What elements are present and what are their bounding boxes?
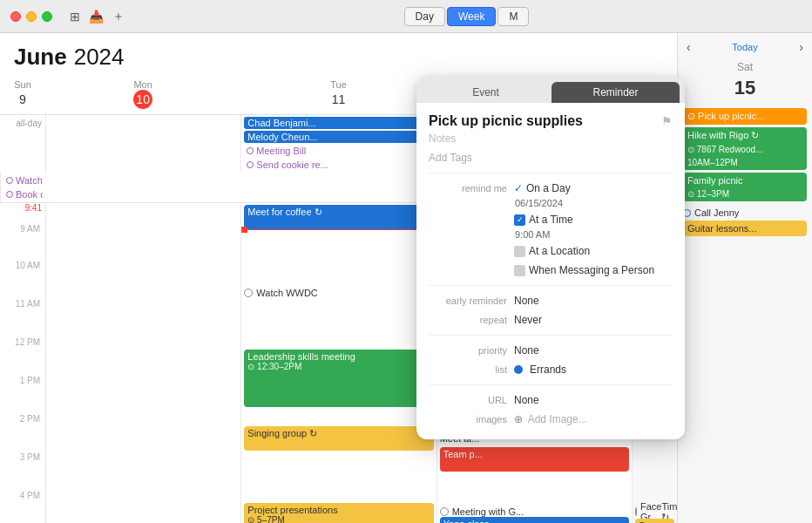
right-sidebar: ‹ Today › Sat 15 ⊙ Pick up picnic... Hik…	[677, 33, 812, 523]
early-reminder-row: early reminder None	[429, 291, 673, 310]
watch-wwdc-event[interactable]: Watch WWDC	[244, 280, 433, 306]
popup-tags[interactable]: Add Tags	[429, 152, 673, 164]
time-9am: 9 AM	[0, 222, 45, 261]
allday-sun	[45, 115, 240, 173]
event-tab[interactable]: Event	[422, 82, 550, 103]
sat-date: 15	[678, 77, 812, 105]
priority-label: priority	[429, 345, 507, 356]
leadership-event[interactable]: Leadership skills meeting ⊙ 12:30–2PM	[244, 350, 433, 407]
meet-coffee-event[interactable]: Meet for coffee ↻	[244, 205, 433, 229]
reminder-popup[interactable]: Event Reminder Pick up picnic supplies ⚑…	[416, 77, 685, 439]
at-a-time-label: At a Time	[529, 214, 573, 226]
yoga-event[interactable]: Yoga class ⊙ Golden Gate Park 5:15–6:45P…	[440, 517, 629, 523]
year-label: 2024	[74, 44, 125, 71]
view-switcher: Day Week M	[404, 7, 530, 26]
divider-4	[429, 384, 673, 385]
right-event-picnic[interactable]: ⊙ Pick up picnic...	[683, 108, 807, 125]
list-dot	[514, 365, 523, 374]
week-view-button[interactable]: Week	[447, 7, 496, 26]
mon-events-col[interactable]: Meet for coffee ↻ Watch WWDC Leadership …	[240, 203, 436, 523]
popup-notes[interactable]: Notes	[429, 132, 673, 145]
inbox-icon[interactable]: 📥	[89, 10, 104, 24]
add-icon[interactable]: ＋	[112, 9, 125, 24]
when-messaging-checkbox[interactable]	[514, 265, 525, 276]
allday-label: all-day	[0, 115, 45, 173]
priority-val[interactable]: None	[514, 344, 539, 357]
current-time-label: 9:41	[25, 203, 42, 213]
remind-me-row: remind me ✓ On a Day	[429, 179, 673, 198]
current-time-indicator	[241, 227, 436, 233]
repeat-row: repeat Never	[429, 310, 673, 329]
reminder-tab[interactable]: Reminder	[551, 82, 680, 103]
url-row: URL None	[429, 391, 673, 410]
time-11am: 11 AM	[0, 299, 45, 337]
early-reminder-label: early reminder	[429, 295, 507, 306]
on-a-day-check[interactable]: ✓ On a Day	[514, 182, 571, 194]
images-row: images ⊕ Add Image...	[429, 410, 673, 429]
maximize-button[interactable]	[42, 11, 52, 22]
right-event-guitar[interactable]: Guitar lessons...	[683, 221, 807, 236]
day-header-mon[interactable]: Mon 10	[45, 76, 240, 114]
at-a-time-check[interactable]: At a Time	[514, 214, 573, 226]
watch-dot	[6, 177, 13, 184]
time-12pm: 12 PM	[0, 337, 45, 376]
url-val[interactable]: None	[514, 394, 539, 406]
time-10am: 10 AM	[0, 261, 45, 299]
time-3pm: 3 PM	[0, 452, 45, 491]
today-button[interactable]: Today	[732, 42, 757, 52]
wwdc-dot	[244, 289, 253, 297]
cookie-dot	[247, 161, 254, 168]
sidebar-toggle-icon[interactable]: ⊞	[70, 10, 80, 24]
when-messaging-check[interactable]: When Messaging a Person	[514, 264, 654, 276]
allday-event-watch[interactable]: Watch new mo...	[3, 174, 43, 187]
month-label: June	[14, 44, 67, 71]
time-labels-col: 9:41 9 AM 10 AM 11 AM 12 PM 1 PM 2 PM 3 …	[0, 203, 45, 523]
early-reminder-val[interactable]: None	[514, 295, 539, 307]
popup-title: Pick up picnic supplies	[429, 113, 583, 129]
next-month-button[interactable]: ›	[799, 40, 803, 54]
remind-me-label: remind me	[429, 183, 507, 194]
day-view-button[interactable]: Day	[404, 7, 445, 26]
allday-event-chad[interactable]: Chad Benjami...	[244, 117, 433, 129]
project-presentations-event[interactable]: Project presentations ⊙ 5–7PM	[244, 503, 433, 523]
allday-event-cookie[interactable]: Send cookie re...	[244, 159, 433, 171]
at-a-time-checkbox[interactable]	[514, 214, 525, 226]
list-value-row: Errands	[514, 363, 566, 376]
calendar-header: June 2024	[0, 33, 677, 76]
allday-event-bookclub[interactable]: Book club prep	[3, 188, 43, 200]
at-location-check[interactable]: At a Location	[514, 245, 590, 257]
sun-events-col[interactable]	[45, 203, 240, 523]
prev-month-button[interactable]: ‹	[687, 40, 691, 54]
at-location-label: At a Location	[529, 245, 590, 257]
team-p-event[interactable]: Team p...	[440, 447, 629, 472]
flag-icon[interactable]: ⚑	[661, 114, 673, 128]
month-view-button[interactable]: M	[497, 7, 529, 26]
url-label: URL	[429, 395, 507, 405]
divider-3	[429, 335, 673, 336]
right-event-family-picnic[interactable]: Family picnic ⊙ 12–3PM	[683, 173, 807, 201]
right-event-call-jenny[interactable]: Call Jenny	[683, 207, 807, 218]
right-event-hike[interactable]: Hike with Rigo ↻ ⊙ 7867 Redwood... 10AM–…	[683, 127, 807, 170]
repeat-val[interactable]: Never	[514, 314, 542, 326]
soccer-event[interactable]: Soccer practice	[635, 519, 674, 523]
repeat-label: repeat	[429, 315, 507, 325]
add-image-button[interactable]: ⊕ Add Image...	[514, 413, 587, 425]
when-messaging-row: When Messaging a Person	[429, 261, 673, 280]
list-val[interactable]: Errands	[530, 363, 566, 376]
close-button[interactable]	[10, 11, 21, 22]
singing-group-event[interactable]: Singing group ↻	[244, 426, 433, 451]
mini-nav: ‹ Today ›	[678, 33, 812, 58]
allday-event-melody[interactable]: Melody Cheun...	[244, 131, 433, 143]
sat-header: Sat	[678, 58, 812, 77]
at-a-time-value: 9:00 AM	[429, 229, 673, 240]
popup-content: Pick up picnic supplies ⚑ Notes Add Tags…	[416, 103, 685, 439]
day-header-tue[interactable]: Tue 11	[240, 76, 436, 114]
allday-event-meeting-bill[interactable]: Meeting Bill	[244, 145, 433, 157]
at-location-checkbox[interactable]	[514, 246, 525, 257]
minimize-button[interactable]	[26, 11, 37, 22]
list-label: list	[429, 364, 507, 375]
when-messaging-label: When Messaging a Person	[529, 264, 654, 276]
traffic-lights	[10, 11, 52, 22]
add-image-label: Add Image...	[528, 413, 587, 425]
on-a-day-date: 06/15/2024	[429, 198, 673, 208]
